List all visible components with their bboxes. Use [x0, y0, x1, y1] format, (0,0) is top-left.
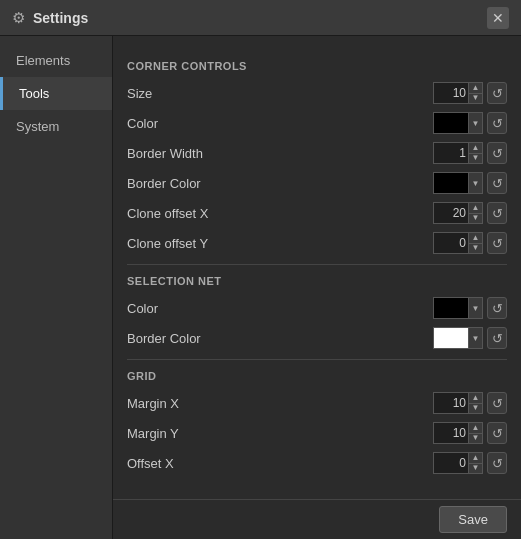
input-margin-y[interactable] — [433, 422, 469, 444]
spinner-offset-x-down[interactable]: ▼ — [469, 464, 482, 474]
input-margin-x[interactable] — [433, 392, 469, 414]
color-swatch-sel-color[interactable] — [433, 297, 469, 319]
spinner-margin-y-down[interactable]: ▼ — [469, 434, 482, 444]
spinner-border-width-up[interactable]: ▲ — [469, 143, 482, 154]
num-input-size: ▲ ▼ — [433, 82, 483, 104]
row-clone-offset-x: Clone offset X ▲ ▼ ↺ — [127, 200, 507, 226]
row-border-color: Border Color ▼ ↺ — [127, 170, 507, 196]
window-title: Settings — [33, 10, 88, 26]
num-input-margin-x: ▲ ▼ — [433, 392, 483, 414]
input-clone-offset-y[interactable] — [433, 232, 469, 254]
label-size: Size — [127, 86, 433, 101]
control-color: ▼ ↺ — [433, 112, 507, 134]
label-margin-y: Margin Y — [127, 426, 433, 441]
row-margin-x: Margin X ▲ ▼ ↺ — [127, 390, 507, 416]
row-margin-y: Margin Y ▲ ▼ ↺ — [127, 420, 507, 446]
spinner-clone-offset-y-up[interactable]: ▲ — [469, 233, 482, 244]
input-border-width[interactable] — [433, 142, 469, 164]
control-sel-color: ▼ ↺ — [433, 297, 507, 319]
label-clone-offset-y: Clone offset Y — [127, 236, 433, 251]
reset-size[interactable]: ↺ — [487, 82, 507, 104]
reset-offset-x[interactable]: ↺ — [487, 452, 507, 474]
spinner-size-down[interactable]: ▼ — [469, 94, 482, 104]
reset-clone-offset-y[interactable]: ↺ — [487, 232, 507, 254]
label-sel-border-color: Border Color — [127, 331, 433, 346]
color-swatch-border-color[interactable] — [433, 172, 469, 194]
spinner-size-up[interactable]: ▲ — [469, 83, 482, 94]
section-header-selection-net: SELECTION NET — [127, 275, 507, 287]
reset-sel-border-color[interactable]: ↺ — [487, 327, 507, 349]
spinner-clone-offset-y: ▲ ▼ — [469, 232, 483, 254]
label-offset-x: Offset X — [127, 456, 433, 471]
reset-margin-x[interactable]: ↺ — [487, 392, 507, 414]
spinner-clone-offset-x-down[interactable]: ▼ — [469, 214, 482, 224]
control-border-width: ▲ ▼ ↺ — [433, 142, 507, 164]
color-dropdown-sel-color[interactable]: ▼ — [469, 297, 483, 319]
color-dropdown-border-color[interactable]: ▼ — [469, 172, 483, 194]
sidebar-item-system[interactable]: System — [0, 110, 112, 143]
control-clone-offset-x: ▲ ▼ ↺ — [433, 202, 507, 224]
reset-sel-color[interactable]: ↺ — [487, 297, 507, 319]
label-margin-x: Margin X — [127, 396, 433, 411]
input-clone-offset-x[interactable] — [433, 202, 469, 224]
reset-clone-offset-x[interactable]: ↺ — [487, 202, 507, 224]
spinner-clone-offset-x-up[interactable]: ▲ — [469, 203, 482, 214]
section-header-corner-controls: CORNER CONTROLS — [127, 60, 507, 72]
spinner-margin-y: ▲ ▼ — [469, 422, 483, 444]
spinner-margin-x: ▲ ▼ — [469, 392, 483, 414]
color-dropdown-color[interactable]: ▼ — [469, 112, 483, 134]
control-margin-x: ▲ ▼ ↺ — [433, 392, 507, 414]
color-swatch-color[interactable] — [433, 112, 469, 134]
control-sel-border-color: ▼ ↺ — [433, 327, 507, 349]
row-sel-color: Color ▼ ↺ — [127, 295, 507, 321]
spinner-offset-x-up[interactable]: ▲ — [469, 453, 482, 464]
row-clone-offset-y: Clone offset Y ▲ ▼ ↺ — [127, 230, 507, 256]
control-border-color: ▼ ↺ — [433, 172, 507, 194]
sidebar-item-tools[interactable]: Tools — [0, 77, 112, 110]
main-content: CORNER CONTROLS Size ▲ ▼ ↺ Color ▼ ↺ — [113, 36, 521, 539]
title-bar: ⚙ Settings ✕ — [0, 0, 521, 36]
spinner-clone-offset-x: ▲ ▼ — [469, 202, 483, 224]
color-swatch-sel-border-color[interactable] — [433, 327, 469, 349]
spinner-offset-x: ▲ ▼ — [469, 452, 483, 474]
spinner-size: ▲ ▼ — [469, 82, 483, 104]
spinner-border-width-down[interactable]: ▼ — [469, 154, 482, 164]
sidebar-item-elements[interactable]: Elements — [0, 44, 112, 77]
label-clone-offset-x: Clone offset X — [127, 206, 433, 221]
sidebar: Elements Tools System — [0, 36, 113, 539]
gear-icon: ⚙ — [12, 9, 25, 27]
reset-border-color[interactable]: ↺ — [487, 172, 507, 194]
reset-color[interactable]: ↺ — [487, 112, 507, 134]
spinner-clone-offset-y-down[interactable]: ▼ — [469, 244, 482, 254]
reset-margin-y[interactable]: ↺ — [487, 422, 507, 444]
label-border-color: Border Color — [127, 176, 433, 191]
row-size: Size ▲ ▼ ↺ — [127, 80, 507, 106]
spinner-border-width: ▲ ▼ — [469, 142, 483, 164]
close-button[interactable]: ✕ — [487, 7, 509, 29]
label-sel-color: Color — [127, 301, 433, 316]
control-size: ▲ ▼ ↺ — [433, 82, 507, 104]
input-offset-x[interactable] — [433, 452, 469, 474]
divider-2 — [127, 359, 507, 360]
control-margin-y: ▲ ▼ ↺ — [433, 422, 507, 444]
spinner-margin-y-up[interactable]: ▲ — [469, 423, 482, 434]
num-input-clone-offset-y: ▲ ▼ — [433, 232, 483, 254]
save-button[interactable]: Save — [439, 506, 507, 533]
color-dropdown-sel-border-color[interactable]: ▼ — [469, 327, 483, 349]
input-size[interactable] — [433, 82, 469, 104]
color-input-sel-border-color: ▼ — [433, 327, 483, 349]
color-input-color: ▼ — [433, 112, 483, 134]
color-input-border-color: ▼ — [433, 172, 483, 194]
control-clone-offset-y: ▲ ▼ ↺ — [433, 232, 507, 254]
row-offset-x: Offset X ▲ ▼ ↺ — [127, 450, 507, 476]
num-input-clone-offset-x: ▲ ▼ — [433, 202, 483, 224]
color-input-sel-color: ▼ — [433, 297, 483, 319]
footer: Save — [113, 499, 521, 539]
row-sel-border-color: Border Color ▼ ↺ — [127, 325, 507, 351]
spinner-margin-x-down[interactable]: ▼ — [469, 404, 482, 414]
num-input-offset-x: ▲ ▼ — [433, 452, 483, 474]
reset-border-width[interactable]: ↺ — [487, 142, 507, 164]
spinner-margin-x-up[interactable]: ▲ — [469, 393, 482, 404]
label-border-width: Border Width — [127, 146, 433, 161]
row-border-width: Border Width ▲ ▼ ↺ — [127, 140, 507, 166]
